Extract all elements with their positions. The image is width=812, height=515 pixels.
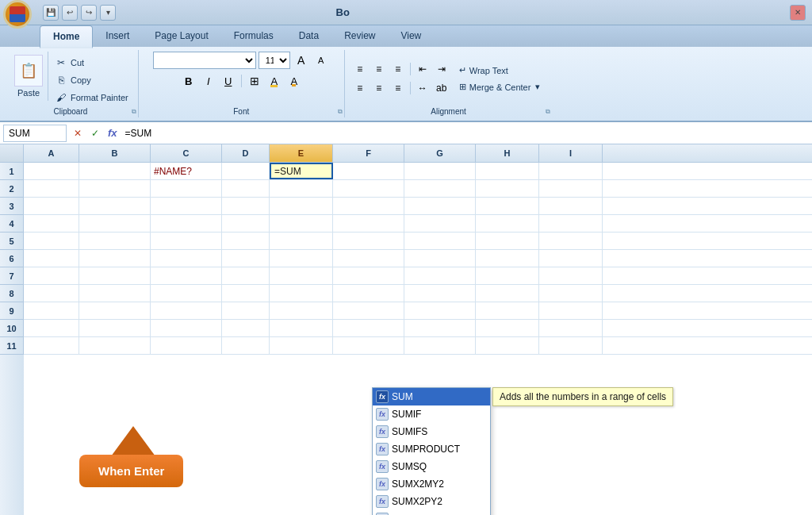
cell-b3[interactable] (79, 198, 151, 214)
cell-c4[interactable] (151, 215, 222, 232)
cell-a4[interactable] (24, 215, 79, 232)
autocomplete-item-sumxmy2[interactable]: fx SUMXMY2 (373, 510, 490, 515)
cell-i8[interactable] (539, 285, 603, 302)
cell-d4[interactable] (222, 215, 270, 232)
cell-b5[interactable] (79, 233, 151, 249)
cell-d1[interactable] (222, 163, 270, 179)
cell-e8[interactable] (270, 285, 333, 302)
name-box[interactable]: SUM (3, 125, 67, 142)
tab-formulas[interactable]: Formulas (221, 25, 286, 47)
cell-d9[interactable] (222, 302, 270, 319)
cut-button[interactable]: ✂ Cut (52, 55, 132, 71)
align-right-btn[interactable]: ≡ (389, 80, 407, 96)
font-size-decrease-btn[interactable]: A (312, 52, 330, 69)
cell-b1[interactable] (79, 163, 151, 179)
wrap-text-button[interactable]: ↵ Wrap Text (454, 63, 546, 78)
cell-a7[interactable] (24, 267, 79, 284)
bold-button[interactable]: B (180, 72, 197, 90)
cell-e5[interactable] (270, 233, 333, 249)
orient-btn[interactable]: ab (433, 80, 450, 96)
cell-g11[interactable] (404, 337, 476, 354)
cell-h4[interactable] (476, 215, 539, 232)
cell-i1[interactable] (539, 163, 603, 179)
cell-c1[interactable]: #NAME? (151, 163, 222, 179)
row-header-9[interactable]: 9 (0, 302, 24, 320)
cell-d5[interactable] (222, 233, 270, 249)
close-btn[interactable]: ✕ (790, 5, 806, 21)
font-family-select[interactable] (153, 52, 256, 69)
cell-b11[interactable] (79, 337, 151, 354)
cell-c11[interactable] (151, 337, 222, 354)
cell-g6[interactable] (404, 250, 476, 267)
align-left-btn[interactable]: ≡ (351, 80, 369, 96)
autocomplete-item-sumif[interactable]: fx SUMIF (373, 405, 490, 423)
cell-a5[interactable] (24, 233, 79, 249)
clipboard-expand-icon[interactable]: ⧉ (132, 108, 136, 116)
cell-g10[interactable] (404, 320, 476, 336)
col-header-i[interactable]: I (539, 144, 603, 162)
col-header-h[interactable]: H (476, 144, 539, 162)
cell-f2[interactable] (333, 180, 404, 197)
cell-e7[interactable] (270, 267, 333, 284)
cell-e1[interactable]: =SUM (270, 163, 333, 179)
cell-i3[interactable] (539, 198, 603, 214)
redo-quick-btn[interactable]: ↪ (81, 5, 97, 21)
tab-data[interactable]: Data (286, 25, 331, 47)
cell-i7[interactable] (539, 267, 603, 284)
row-header-10[interactable]: 10 (0, 320, 24, 337)
cell-h9[interactable] (476, 302, 539, 319)
cell-i10[interactable] (539, 320, 603, 336)
cell-e2[interactable] (270, 180, 333, 197)
cell-g3[interactable] (404, 198, 476, 214)
align-top-right-btn[interactable]: ≡ (389, 61, 407, 77)
cell-f8[interactable] (333, 285, 404, 302)
cancel-formula-btn[interactable]: ✕ (70, 125, 86, 141)
autocomplete-item-sumproduct[interactable]: fx SUMPRODUCT (373, 440, 490, 458)
row-header-4[interactable]: 4 (0, 215, 24, 233)
cell-g9[interactable] (404, 302, 476, 319)
save-quick-btn[interactable]: 💾 (43, 5, 59, 21)
col-header-a[interactable]: A (24, 144, 79, 162)
underline-button[interactable]: U (220, 72, 237, 90)
cell-b2[interactable] (79, 180, 151, 197)
tab-page-layout[interactable]: Page Layout (142, 25, 220, 47)
row-header-7[interactable]: 7 (0, 267, 24, 285)
cell-c10[interactable] (151, 320, 222, 336)
cell-b4[interactable] (79, 215, 151, 232)
cell-d11[interactable] (222, 337, 270, 354)
align-top-left-btn[interactable]: ≡ (351, 61, 369, 77)
cell-i6[interactable] (539, 250, 603, 267)
office-button[interactable] (3, 0, 32, 29)
undo-quick-btn[interactable]: ↩ (62, 5, 78, 21)
merge-dropdown-icon[interactable]: ▾ (535, 82, 540, 92)
corner-cell[interactable] (0, 144, 24, 162)
cell-i5[interactable] (539, 233, 603, 249)
cell-c2[interactable] (151, 180, 222, 197)
cell-i11[interactable] (539, 337, 603, 354)
cell-e6[interactable] (270, 250, 333, 267)
cell-g4[interactable] (404, 215, 476, 232)
cell-e10[interactable] (270, 320, 333, 336)
cell-f6[interactable] (333, 250, 404, 267)
cell-a3[interactable] (24, 198, 79, 214)
font-size-select[interactable]: 11 (259, 52, 290, 69)
autocomplete-item-sumsq[interactable]: fx SUMSQ (373, 458, 490, 475)
row-header-2[interactable]: 2 (0, 180, 24, 198)
cell-i9[interactable] (539, 302, 603, 319)
cell-d10[interactable] (222, 320, 270, 336)
col-header-f[interactable]: F (333, 144, 404, 162)
cell-b8[interactable] (79, 285, 151, 302)
col-header-b[interactable]: B (79, 144, 151, 162)
cell-h2[interactable] (476, 180, 539, 197)
cell-f7[interactable] (333, 267, 404, 284)
cell-i2[interactable] (539, 180, 603, 197)
cell-e9[interactable] (270, 302, 333, 319)
formula-input[interactable] (122, 125, 809, 142)
cell-e4[interactable] (270, 215, 333, 232)
cell-f5[interactable] (333, 233, 404, 249)
cell-f3[interactable] (333, 198, 404, 214)
italic-button[interactable]: I (200, 72, 217, 90)
more-quick-btn[interactable]: ▾ (100, 5, 116, 21)
cell-g7[interactable] (404, 267, 476, 284)
cell-a1[interactable] (24, 163, 79, 179)
